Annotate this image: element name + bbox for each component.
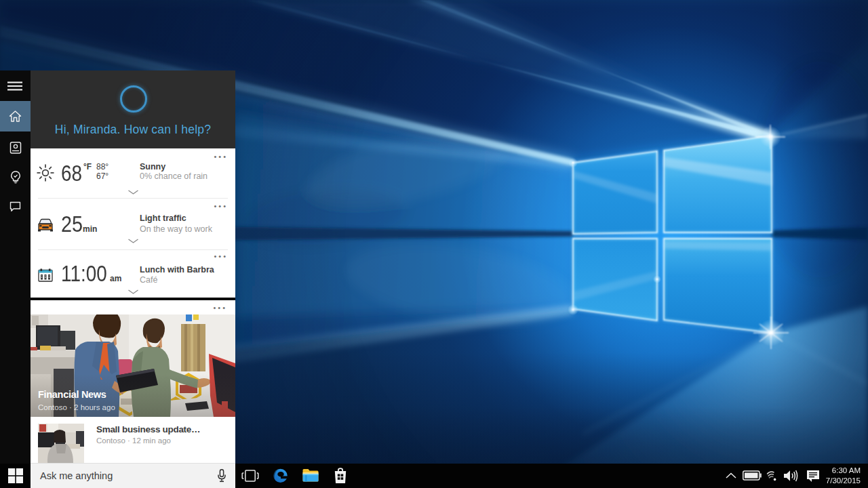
svg-text:Financial News: Financial News: [38, 389, 106, 400]
svg-text:Contoso · 2 hours ago: Contoso · 2 hours ago: [38, 403, 115, 411]
